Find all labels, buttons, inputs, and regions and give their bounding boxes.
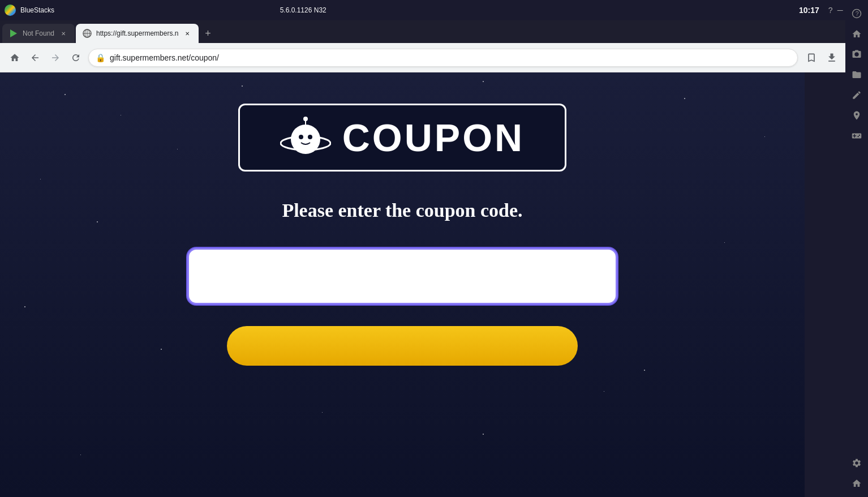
tab-close-1[interactable]: ✕: [59, 29, 68, 38]
address-bar-row: 🔒 gift.supermembers.net/coupon/: [0, 43, 868, 72]
svg-point-9: [291, 125, 320, 154]
tab-favicon-2: [83, 29, 92, 38]
sidebar-home[interactable]: [848, 25, 866, 43]
title-bar: BlueStacks 5.6.0.1126 N32 10:17 ? ─ □ ✕: [0, 0, 868, 20]
svg-point-13: [303, 117, 308, 121]
tab-label-1: Not Found: [23, 29, 54, 37]
planet-icon: [280, 112, 331, 163]
coupon-input-wrapper: [187, 248, 617, 305]
svg-point-10: [299, 135, 303, 139]
tab-favicon-1: [9, 29, 18, 38]
back-button[interactable]: [27, 50, 43, 66]
tab-close-2[interactable]: ✕: [183, 29, 192, 38]
submit-button[interactable]: [227, 326, 578, 366]
bluestacks-logo: [5, 5, 16, 16]
url-text: gift.supermembers.net/coupon/: [110, 53, 790, 62]
reload-button[interactable]: [68, 50, 84, 66]
coupon-logo: COUPON: [238, 104, 566, 172]
enter-coupon-text: Please enter the coupon code.: [282, 200, 522, 221]
help-button[interactable]: ?: [828, 6, 833, 15]
sidebar-help[interactable]: ?: [848, 5, 866, 23]
tab-not-found[interactable]: Not Found ✕: [2, 24, 75, 43]
sidebar-settings[interactable]: [848, 454, 866, 472]
content-area: COUPON Please enter the coupon code.: [0, 72, 805, 497]
download-button[interactable]: [823, 49, 841, 67]
minimize-button[interactable]: ─: [837, 6, 843, 15]
svg-text:?: ?: [856, 10, 859, 17]
svg-point-11: [308, 135, 312, 139]
address-bar[interactable]: 🔒 gift.supermembers.net/coupon/: [88, 49, 798, 67]
tab-label-2: https://gift.supermembers.n: [96, 29, 178, 37]
app-title: BlueStacks: [20, 6, 276, 14]
sidebar-pencil[interactable]: [848, 86, 866, 104]
sidebar-folder[interactable]: [848, 66, 866, 84]
lock-icon: 🔒: [96, 53, 105, 62]
new-tab-button[interactable]: +: [200, 25, 216, 41]
forward-button[interactable]: [48, 50, 63, 66]
coupon-input[interactable]: [189, 250, 616, 303]
app-version: 5.6.0.1126 N32: [280, 6, 535, 14]
sidebar-screenshot[interactable]: [848, 45, 866, 63]
tab-gift[interactable]: https://gift.supermembers.n ✕: [76, 24, 199, 43]
sidebar-controller[interactable]: [848, 127, 866, 145]
clock: 10:17: [799, 6, 819, 15]
sidebar-location[interactable]: [848, 106, 866, 125]
home-button[interactable]: [7, 50, 23, 66]
svg-marker-0: [10, 29, 17, 37]
bookmark-button[interactable]: [802, 49, 820, 67]
right-sidebar: ?: [845, 0, 868, 497]
sidebar-home-bottom[interactable]: [848, 474, 866, 492]
coupon-title: COUPON: [342, 115, 525, 160]
tab-bar: Not Found ✕ https://gift.supermembers.n …: [0, 20, 868, 43]
